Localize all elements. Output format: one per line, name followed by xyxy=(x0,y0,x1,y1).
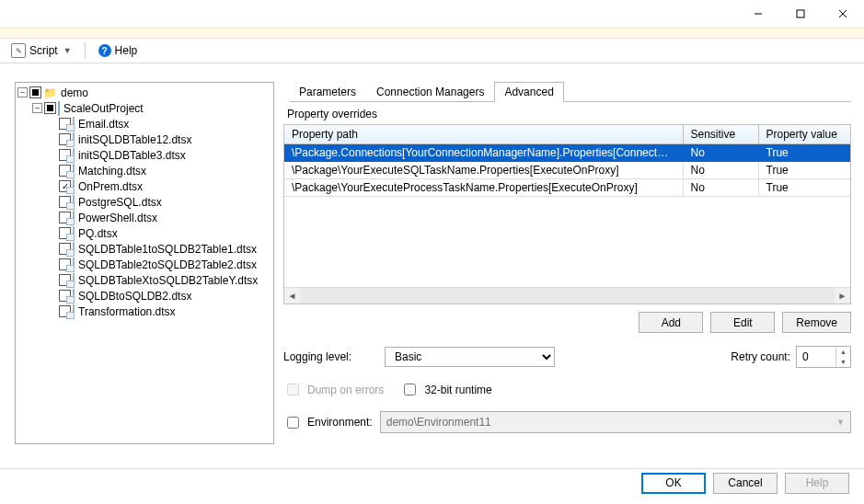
cell-path: \Package.Connections[YourConnectionManag… xyxy=(284,144,683,162)
runtime-32bit-input[interactable] xyxy=(404,384,416,395)
tree-item-label: Transformation.dtsx xyxy=(76,305,176,318)
tree-package[interactable]: SQLDBTableXtoSQLDB2TableY.dtsx xyxy=(47,272,271,288)
cell-value: True xyxy=(758,162,850,179)
cell-sensitive: No xyxy=(683,179,758,197)
chevron-up-icon[interactable]: ▲ xyxy=(835,347,850,357)
cell-value: True xyxy=(758,144,850,162)
tree-checkbox[interactable] xyxy=(44,102,56,114)
tree-expander-icon[interactable]: − xyxy=(32,103,42,113)
package-icon xyxy=(73,211,75,225)
package-icon xyxy=(73,226,75,241)
tab-connection-managers[interactable]: Connection Managers xyxy=(366,82,494,102)
tree-item-label: demo xyxy=(59,86,88,99)
tree-expander-icon xyxy=(47,166,57,176)
info-strip xyxy=(0,28,864,39)
tree-package[interactable]: OnPrem.dtsx xyxy=(47,178,271,194)
edit-button[interactable]: Edit xyxy=(710,312,775,333)
tree-item-label: SQLDBTable1toSQLDB2Table1.dtsx xyxy=(76,243,257,256)
col-sensitive[interactable]: Sensitive xyxy=(683,125,758,144)
tree-item-label: PostgreSQL.dtsx xyxy=(76,196,162,209)
help-button-footer[interactable]: Help xyxy=(785,473,849,494)
scroll-right-icon[interactable]: ► xyxy=(835,288,850,304)
tree-item-label: SQLDBTable2toSQLDB2Table2.dtsx xyxy=(76,258,257,271)
tree-item-label: SQLDBtoSQLDB2.dtsx xyxy=(76,290,191,303)
tree-item-label: Email.dtsx xyxy=(76,118,129,131)
tree-expander-icon xyxy=(47,197,57,207)
cell-sensitive: No xyxy=(683,162,758,179)
tree-expander-icon xyxy=(47,134,57,144)
package-icon xyxy=(73,289,75,304)
close-button[interactable] xyxy=(822,0,864,28)
environment-input[interactable] xyxy=(287,417,299,429)
environment-value: demo\Environment11 xyxy=(386,416,491,429)
col-value[interactable]: Property value xyxy=(758,125,850,144)
cell-sensitive: No xyxy=(683,144,758,162)
tree-item-label: Matching.dtsx xyxy=(76,165,146,178)
dump-on-errors-input xyxy=(287,384,299,395)
tree-item-label: PQ.dtsx xyxy=(76,227,118,240)
tree-expander-icon xyxy=(47,150,57,160)
package-icon xyxy=(73,242,75,257)
tree-package[interactable]: Matching.dtsx xyxy=(47,163,271,178)
tree-expander-icon xyxy=(47,244,57,254)
add-button[interactable]: Add xyxy=(639,312,703,333)
tree-package[interactable]: SQLDBTable1toSQLDB2Table1.dtsx xyxy=(47,241,271,257)
script-button[interactable]: ✎ Script ▼ xyxy=(7,41,75,60)
package-icon xyxy=(73,148,75,163)
project-icon xyxy=(58,101,60,116)
table-row[interactable]: \Package\YourExecuteSQLTaskName.Properti… xyxy=(284,162,850,179)
chevron-down-icon[interactable]: ▼ xyxy=(835,357,850,367)
scroll-left-icon[interactable]: ◄ xyxy=(284,288,300,304)
package-icon xyxy=(73,132,75,147)
minimize-button[interactable] xyxy=(737,0,779,28)
tree-item-label: OnPrem.dtsx xyxy=(76,180,143,193)
logging-level-select[interactable]: Basic xyxy=(385,347,555,367)
horizontal-scrollbar[interactable]: ◄ ► xyxy=(284,287,850,304)
folder-icon: 📁 xyxy=(43,86,57,99)
col-property-path[interactable]: Property path xyxy=(284,125,683,144)
maximize-button[interactable] xyxy=(779,0,822,28)
cancel-button[interactable]: Cancel xyxy=(713,473,778,494)
package-icon xyxy=(73,258,75,272)
tree-expander-icon[interactable]: − xyxy=(17,87,28,97)
script-label: Script xyxy=(29,44,58,57)
tab-parameters[interactable]: Parameters xyxy=(289,82,366,102)
tree-package[interactable]: PQ.dtsx xyxy=(47,225,271,241)
tab-strip: Parameters Connection Managers Advanced xyxy=(283,82,851,102)
tree-project[interactable]: −ScaleOutProject xyxy=(32,100,271,116)
tree-expander-icon xyxy=(47,275,57,285)
tree-package[interactable]: initSQLDBTable12.dtsx xyxy=(47,132,271,147)
tree-checkbox[interactable] xyxy=(29,86,41,98)
overrides-grid[interactable]: Property path Sensitive Property value \… xyxy=(283,124,851,304)
remove-button[interactable]: Remove xyxy=(782,312,851,333)
tree-package[interactable]: initSQLDBTable3.dtsx xyxy=(47,147,271,163)
package-icon xyxy=(73,117,75,132)
chevron-down-icon: ▼ xyxy=(63,46,72,55)
tree-expander-icon xyxy=(47,119,57,129)
tree-item-label: initSQLDBTable3.dtsx xyxy=(76,149,186,162)
package-tree[interactable]: −📁demo−ScaleOutProjectEmail.dtsxinitSQLD… xyxy=(15,82,274,444)
tree-package[interactable]: SQLDBtoSQLDB2.dtsx xyxy=(47,288,271,304)
tree-package[interactable]: PostgreSQL.dtsx xyxy=(47,194,271,210)
package-icon xyxy=(73,304,75,319)
dialog-footer: OK Cancel Help xyxy=(0,462,864,504)
retry-count-label: Retry count: xyxy=(731,350,790,363)
tree-package[interactable]: PowerShell.dtsx xyxy=(47,210,271,225)
logging-level-label: Logging level: xyxy=(283,350,375,363)
tree-package[interactable]: Email.dtsx xyxy=(47,116,271,132)
tree-expander-icon xyxy=(47,228,57,238)
help-button[interactable]: ? Help xyxy=(95,42,142,59)
tree-package[interactable]: Transformation.dtsx xyxy=(47,304,271,319)
package-icon xyxy=(73,273,75,288)
runtime-32bit-checkbox[interactable]: 32-bit runtime xyxy=(400,381,491,398)
tree-expander-icon xyxy=(47,259,57,269)
table-row[interactable]: \Package.Connections[YourConnectionManag… xyxy=(284,144,850,162)
table-row[interactable]: \Package\YourExecuteProcessTaskName.Prop… xyxy=(284,179,850,197)
ok-button[interactable]: OK xyxy=(641,473,706,494)
environment-checkbox[interactable]: Environment: xyxy=(283,414,373,431)
tree-package[interactable]: SQLDBTable2toSQLDB2Table2.dtsx xyxy=(47,257,271,272)
package-icon xyxy=(73,179,75,194)
tree-folder-demo[interactable]: −📁demo xyxy=(17,85,271,100)
tab-advanced[interactable]: Advanced xyxy=(494,82,563,102)
retry-count-stepper[interactable]: 0 ▲ ▼ xyxy=(796,346,851,368)
